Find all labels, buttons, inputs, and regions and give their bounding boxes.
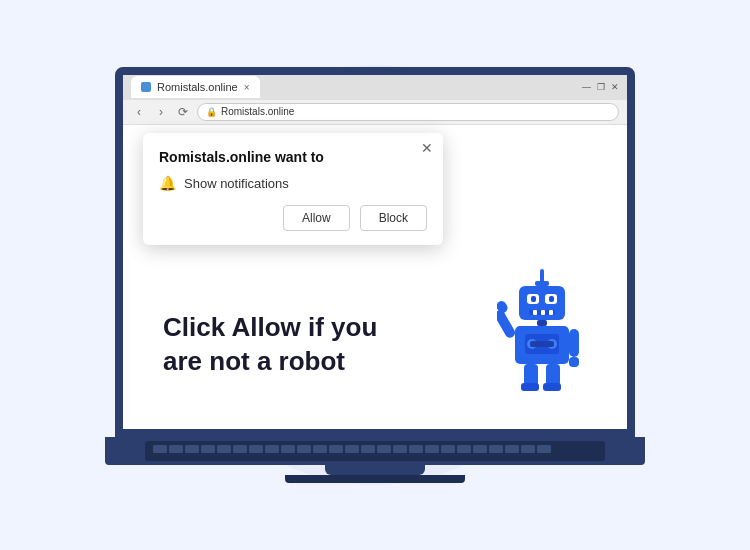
key [345, 445, 359, 453]
key [537, 445, 551, 453]
popup-notification-text: Show notifications [184, 176, 289, 191]
key [169, 445, 183, 453]
laptop-wrapper: Romistals.online × — ❐ ✕ ‹ › ⟳ 🔒 Romista… [105, 67, 645, 483]
key [473, 445, 487, 453]
page-main-text: Click Allow if you are not a robot [163, 311, 403, 379]
key [425, 445, 439, 453]
svg-rect-16 [530, 341, 554, 347]
laptop-stand [325, 465, 425, 475]
key [393, 445, 407, 453]
nav-forward-btn[interactable]: › [153, 105, 169, 119]
address-lock-icon: 🔒 [206, 107, 217, 117]
key [409, 445, 423, 453]
svg-rect-21 [524, 364, 538, 386]
key [329, 445, 343, 453]
laptop-keyboard [145, 441, 605, 461]
key [297, 445, 311, 453]
tab-title: Romistals.online [157, 81, 238, 93]
browser-tabs-bar: Romistals.online × — ❐ ✕ [123, 75, 627, 100]
allow-button[interactable]: Allow [283, 205, 350, 231]
keyboard-keys [145, 441, 605, 457]
key [185, 445, 199, 453]
key [521, 445, 535, 453]
svg-rect-20 [569, 357, 579, 367]
robot-illustration [497, 269, 587, 399]
browser-chrome: Romistals.online × — ❐ ✕ ‹ › ⟳ 🔒 Romista… [123, 75, 627, 125]
window-close-btn[interactable]: ✕ [611, 82, 619, 92]
svg-rect-6 [549, 296, 554, 302]
bell-icon: 🔔 [159, 175, 176, 191]
key [313, 445, 327, 453]
laptop-base [105, 437, 645, 465]
popup-buttons: Allow Block [159, 205, 427, 231]
address-url: Romistals.online [221, 106, 294, 117]
tab-close-btn[interactable]: × [244, 82, 250, 93]
laptop-foot [285, 475, 465, 483]
svg-rect-23 [521, 383, 539, 391]
key [217, 445, 231, 453]
svg-rect-8 [533, 310, 537, 315]
svg-rect-22 [546, 364, 560, 386]
key [201, 445, 215, 453]
svg-rect-0 [540, 269, 544, 283]
nav-back-btn[interactable]: ‹ [131, 105, 147, 119]
svg-rect-5 [531, 296, 536, 302]
svg-rect-1 [535, 281, 549, 286]
svg-rect-9 [541, 310, 545, 315]
address-bar[interactable]: 🔒 Romistals.online [197, 103, 619, 121]
window-minimize-btn[interactable]: — [582, 82, 591, 92]
key [249, 445, 263, 453]
popup-title: Romistals.online want to [159, 149, 427, 165]
key [281, 445, 295, 453]
svg-rect-17 [497, 309, 517, 340]
key [457, 445, 471, 453]
svg-rect-24 [543, 383, 561, 391]
svg-rect-10 [549, 310, 553, 315]
browser-tab[interactable]: Romistals.online × [131, 76, 260, 98]
tab-favicon [141, 82, 151, 92]
key [441, 445, 455, 453]
key [377, 445, 391, 453]
window-restore-btn[interactable]: ❐ [597, 82, 605, 92]
key [153, 445, 167, 453]
key [233, 445, 247, 453]
key [265, 445, 279, 453]
laptop-screen: Romistals.online × — ❐ ✕ ‹ › ⟳ 🔒 Romista… [115, 67, 635, 437]
key [505, 445, 519, 453]
nav-reload-btn[interactable]: ⟳ [175, 105, 191, 119]
key [489, 445, 503, 453]
svg-rect-11 [537, 320, 547, 326]
block-button[interactable]: Block [360, 205, 427, 231]
key [361, 445, 375, 453]
popup-close-btn[interactable]: ✕ [421, 141, 433, 155]
browser-content: ✕ Romistals.online want to 🔔 Show notifi… [123, 125, 627, 429]
browser-controls: ‹ › ⟳ 🔒 Romistals.online [123, 100, 627, 125]
popup-notification-row: 🔔 Show notifications [159, 175, 427, 191]
svg-rect-19 [569, 329, 579, 357]
notification-popup: ✕ Romistals.online want to 🔔 Show notifi… [143, 133, 443, 245]
